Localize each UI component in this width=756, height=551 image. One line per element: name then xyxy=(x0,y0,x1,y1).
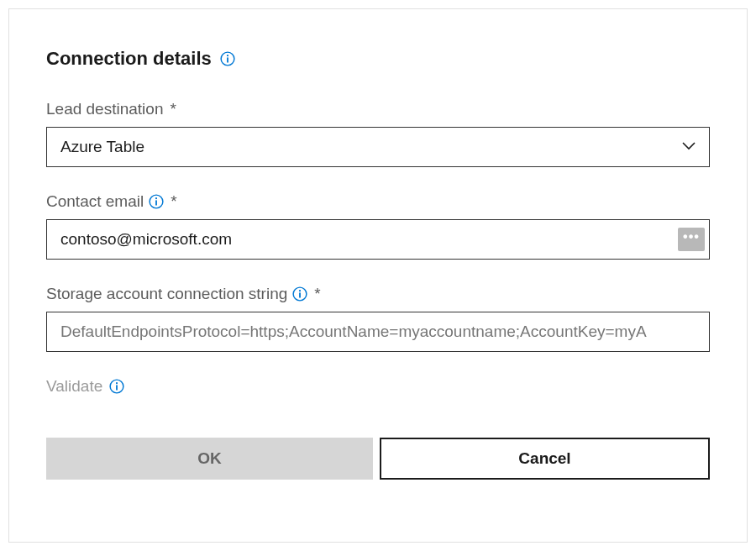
validate-link[interactable]: Validate xyxy=(46,377,102,396)
button-row: OK Cancel xyxy=(46,438,710,480)
contact-email-label: Contact email xyxy=(46,192,144,211)
svg-point-7 xyxy=(299,290,301,291)
required-indicator: * xyxy=(314,285,320,303)
svg-point-10 xyxy=(116,382,118,384)
title-row: Connection details xyxy=(46,48,710,70)
cancel-button[interactable]: Cancel xyxy=(380,438,710,480)
validate-row: Validate xyxy=(46,377,710,396)
more-options-icon[interactable]: ••• xyxy=(678,228,705,251)
svg-rect-11 xyxy=(116,385,118,390)
lead-destination-label: Lead destination xyxy=(46,100,163,118)
svg-point-1 xyxy=(227,55,228,56)
svg-rect-2 xyxy=(227,57,228,62)
contact-email-field: Contact email * ••• xyxy=(46,192,710,260)
required-indicator: * xyxy=(171,192,176,211)
connection-string-input[interactable] xyxy=(46,312,710,352)
contact-email-wrapper: ••• xyxy=(46,219,710,260)
lead-destination-value: Azure Table xyxy=(60,138,144,156)
info-icon[interactable] xyxy=(109,379,124,394)
connection-string-label: Storage account connection string xyxy=(46,285,287,303)
label-row: Storage account connection string * xyxy=(46,285,710,303)
svg-rect-8 xyxy=(299,292,301,297)
connection-details-panel: Connection details Lead destination * Az… xyxy=(8,8,748,543)
lead-destination-select[interactable]: Azure Table xyxy=(46,127,710,167)
required-indicator: * xyxy=(170,100,176,118)
connection-string-field: Storage account connection string * xyxy=(46,285,710,352)
contact-email-input[interactable] xyxy=(46,219,710,260)
lead-destination-select-wrapper: Azure Table xyxy=(46,127,710,167)
info-icon[interactable] xyxy=(149,194,164,209)
info-icon[interactable] xyxy=(220,51,235,66)
label-row: Contact email * xyxy=(46,192,710,211)
info-icon[interactable] xyxy=(292,286,307,302)
lead-destination-field: Lead destination * Azure Table xyxy=(46,100,710,167)
panel-title: Connection details xyxy=(46,48,212,70)
svg-point-4 xyxy=(155,197,157,199)
svg-rect-5 xyxy=(155,200,157,205)
ok-button[interactable]: OK xyxy=(46,438,373,480)
label-row: Lead destination * xyxy=(46,100,710,118)
